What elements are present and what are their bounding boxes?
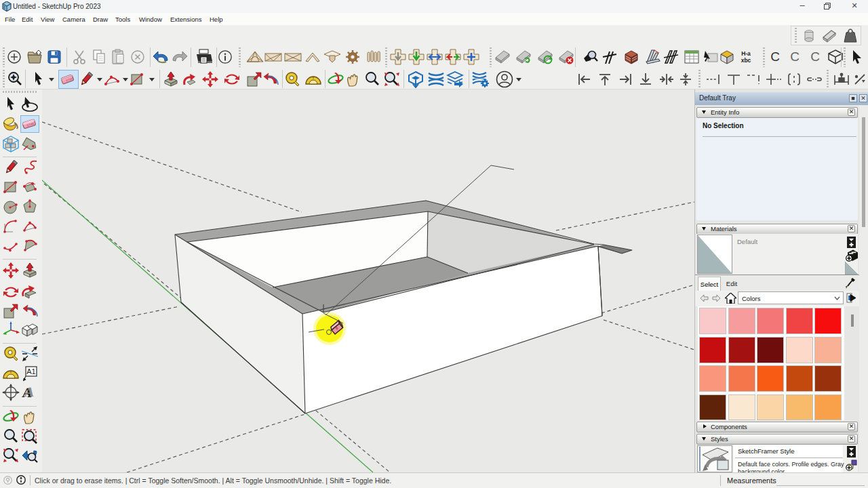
svg-text:A1: A1: [26, 367, 35, 375]
svg-text:C: C: [790, 49, 800, 64]
svg-text:H-a: H-a: [741, 50, 751, 57]
svg-text:C: C: [810, 49, 820, 64]
svg-text:A: A: [24, 384, 36, 399]
svg-text:C: C: [770, 49, 780, 64]
svg-text:xbc: xbc: [741, 57, 751, 64]
